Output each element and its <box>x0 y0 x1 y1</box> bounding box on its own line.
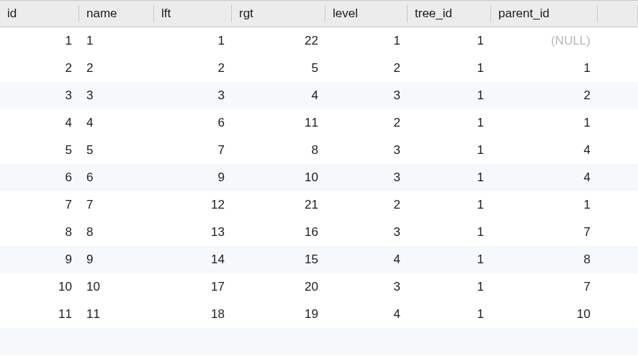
cell-level[interactable]: 4 <box>325 246 408 273</box>
cell-name[interactable]: 3 <box>79 82 154 109</box>
cell-level[interactable]: 4 <box>325 301 408 328</box>
cell-rgt[interactable]: 10 <box>232 164 325 191</box>
cell-parent_id[interactable]: 10 <box>491 301 598 328</box>
column-header-tree-id[interactable]: tree_id <box>408 1 491 27</box>
cell-id[interactable]: 5 <box>0 137 79 164</box>
cell-id[interactable]: 1 <box>0 27 79 55</box>
cell-pad <box>598 82 638 109</box>
cell-lft[interactable]: 9 <box>154 164 232 191</box>
cell-name[interactable]: 9 <box>79 246 154 273</box>
cell-rgt[interactable]: 16 <box>232 219 325 246</box>
cell-id[interactable]: 10 <box>0 273 79 301</box>
cell-rgt[interactable]: 21 <box>232 191 325 219</box>
cell-parent_id[interactable]: 4 <box>491 164 598 191</box>
cell-lft[interactable]: 18 <box>154 301 232 328</box>
column-header-parent-id[interactable]: parent_id <box>491 1 598 27</box>
cell-tree_id[interactable]: 1 <box>408 219 491 246</box>
cell-level[interactable]: 2 <box>325 55 408 82</box>
cell-parent_id[interactable]: 7 <box>491 273 598 301</box>
cell-level[interactable]: 1 <box>325 27 408 55</box>
cell-lft[interactable]: 17 <box>154 273 232 301</box>
cell-rgt[interactable]: 19 <box>232 301 325 328</box>
cell-id[interactable]: 6 <box>0 164 79 191</box>
cell-name[interactable]: 5 <box>79 137 154 164</box>
cell-tree_id[interactable]: 1 <box>408 246 491 273</box>
cell-parent_id[interactable]: (NULL) <box>491 27 598 55</box>
table-row[interactable]: 991415418 <box>0 246 638 273</box>
cell-level[interactable]: 2 <box>325 191 408 219</box>
column-header-id[interactable]: id <box>0 1 79 27</box>
cell-name[interactable]: 10 <box>79 273 154 301</box>
column-header-lft[interactable]: lft <box>154 1 232 27</box>
cell-name[interactable]: 8 <box>79 219 154 246</box>
table-row[interactable]: 66910314 <box>0 164 638 191</box>
cell-tree_id[interactable]: 1 <box>408 82 491 109</box>
table-row[interactable]: 5578314 <box>0 137 638 164</box>
table-row[interactable]: 881316317 <box>0 219 638 246</box>
cell-name[interactable]: 2 <box>79 55 154 82</box>
table-row-empty <box>0 328 638 355</box>
table-row[interactable]: 771221211 <box>0 191 638 219</box>
column-header-level[interactable]: level <box>325 1 408 27</box>
cell-lft[interactable]: 13 <box>154 219 232 246</box>
table-row[interactable]: 44611211 <box>0 109 638 137</box>
table-row[interactable]: 1112211(NULL) <box>0 27 638 55</box>
cell-name[interactable]: 6 <box>79 164 154 191</box>
cell-level[interactable]: 3 <box>325 219 408 246</box>
column-header-name[interactable]: name <box>79 1 154 27</box>
cell-rgt[interactable]: 11 <box>232 109 325 137</box>
cell-name[interactable]: 1 <box>79 27 154 55</box>
data-table: id name lft rgt level tree_id parent_id … <box>0 0 638 355</box>
cell-lft[interactable]: 6 <box>154 109 232 137</box>
cell-level[interactable]: 3 <box>325 164 408 191</box>
table-row[interactable]: 10101720317 <box>0 273 638 301</box>
cell-id[interactable]: 11 <box>0 301 79 328</box>
cell-lft[interactable]: 14 <box>154 246 232 273</box>
cell-id[interactable]: 4 <box>0 109 79 137</box>
cell-level[interactable]: 3 <box>325 137 408 164</box>
cell-rgt[interactable]: 4 <box>232 82 325 109</box>
cell-id[interactable]: 7 <box>0 191 79 219</box>
cell-lft[interactable]: 7 <box>154 137 232 164</box>
cell-id[interactable]: 9 <box>0 246 79 273</box>
cell-rgt[interactable]: 15 <box>232 246 325 273</box>
cell-id[interactable]: 2 <box>0 55 79 82</box>
cell-parent_id[interactable]: 4 <box>491 137 598 164</box>
cell-tree_id[interactable]: 1 <box>408 301 491 328</box>
table-row[interactable]: 2225211 <box>0 55 638 82</box>
cell-tree_id[interactable]: 1 <box>408 27 491 55</box>
cell-lft[interactable]: 2 <box>154 55 232 82</box>
cell-rgt[interactable]: 20 <box>232 273 325 301</box>
cell-rgt[interactable]: 5 <box>232 55 325 82</box>
cell-level[interactable]: 2 <box>325 109 408 137</box>
cell-level[interactable]: 3 <box>325 82 408 109</box>
cell-pad <box>598 301 638 328</box>
cell-parent_id[interactable]: 1 <box>491 109 598 137</box>
cell-parent_id[interactable]: 8 <box>491 246 598 273</box>
cell-tree_id[interactable]: 1 <box>408 55 491 82</box>
table-row[interactable]: 111118194110 <box>0 301 638 328</box>
cell-id[interactable]: 8 <box>0 219 79 246</box>
cell-name[interactable]: 7 <box>79 191 154 219</box>
cell-lft[interactable]: 3 <box>154 82 232 109</box>
cell-name[interactable]: 4 <box>79 109 154 137</box>
cell-parent_id[interactable]: 2 <box>491 82 598 109</box>
cell-tree_id[interactable]: 1 <box>408 164 491 191</box>
cell-rgt[interactable]: 22 <box>232 27 325 55</box>
cell-level[interactable]: 3 <box>325 273 408 301</box>
table-row[interactable]: 3334312 <box>0 82 638 109</box>
cell-parent_id[interactable]: 1 <box>491 55 598 82</box>
cell-tree_id[interactable]: 1 <box>408 273 491 301</box>
cell-parent_id[interactable]: 1 <box>491 191 598 219</box>
cell-tree_id[interactable]: 1 <box>408 191 491 219</box>
column-header-rgt[interactable]: rgt <box>232 1 325 27</box>
cell-rgt[interactable]: 8 <box>232 137 325 164</box>
cell-name[interactable]: 11 <box>79 301 154 328</box>
table-header-row: id name lft rgt level tree_id parent_id <box>0 1 638 27</box>
cell-parent_id[interactable]: 7 <box>491 219 598 246</box>
cell-lft[interactable]: 12 <box>154 191 232 219</box>
cell-lft[interactable]: 1 <box>154 27 232 55</box>
cell-id[interactable]: 3 <box>0 82 79 109</box>
cell-tree_id[interactable]: 1 <box>408 109 491 137</box>
cell-tree_id[interactable]: 1 <box>408 137 491 164</box>
